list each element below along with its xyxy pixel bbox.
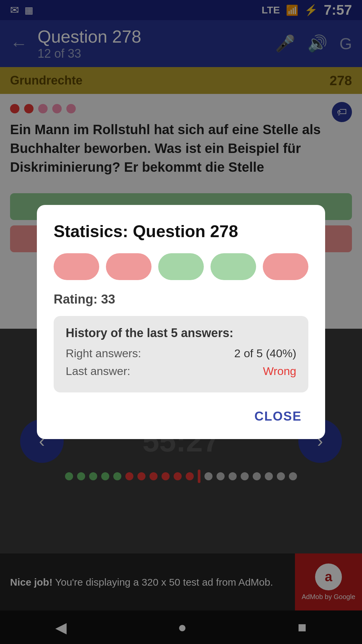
close-button[interactable]: CLOSE bbox=[248, 406, 308, 427]
rating-value: 33 bbox=[101, 292, 115, 306]
right-answers-label: Right answers: bbox=[66, 347, 141, 360]
modal-actions: CLOSE bbox=[54, 406, 308, 427]
right-answers-row: Right answers: 2 of 5 (40%) bbox=[66, 347, 296, 360]
modal-overlay: Statisics: Question 278 Rating: 33 Histo… bbox=[0, 0, 362, 644]
history-box: History of the last 5 answers: Right ans… bbox=[54, 316, 308, 392]
history-title: History of the last 5 answers: bbox=[66, 326, 296, 340]
modal-title: Statisics: Question 278 bbox=[54, 222, 308, 241]
pill-1 bbox=[54, 253, 99, 280]
last-answer-value: Wrong bbox=[263, 365, 296, 378]
rating-label: Rating: bbox=[54, 292, 98, 306]
statistics-modal: Statisics: Question 278 Rating: 33 Histo… bbox=[37, 205, 325, 439]
right-answers-value: 2 of 5 (40%) bbox=[234, 347, 296, 360]
pill-3 bbox=[158, 253, 204, 280]
answer-pills bbox=[54, 253, 308, 280]
pill-2 bbox=[106, 253, 152, 280]
last-answer-row: Last answer: Wrong bbox=[66, 365, 296, 378]
pill-5 bbox=[263, 253, 308, 280]
rating-text: Rating: 33 bbox=[54, 292, 308, 307]
last-answer-label: Last answer: bbox=[66, 365, 130, 378]
pill-4 bbox=[210, 253, 256, 280]
